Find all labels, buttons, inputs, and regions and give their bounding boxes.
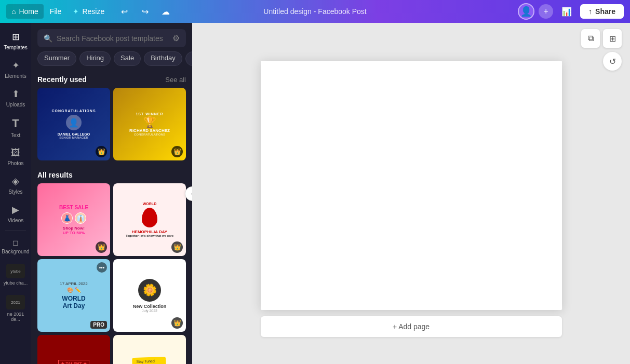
cloud-button[interactable]: ☁ <box>157 3 174 20</box>
sidebar-divider <box>5 231 26 231</box>
sidebar-item-videos[interactable]: ▶ Videos <box>1 200 30 227</box>
pill-sale[interactable]: Sale <box>114 51 141 66</box>
uploads-icon: ⬆ <box>12 88 20 100</box>
crown-badge: 👑 <box>171 241 183 253</box>
sidebar-item-photos[interactable]: 🖼 Photos <box>1 143 30 170</box>
template-card-congratulations[interactable]: CONGRATULATIONS 👤 DANIEL GALLEGO SENIOR … <box>37 88 110 160</box>
topbar: ⌂ Home File ✦ Resize ↩ ↪ ☁ Untitled desi… <box>0 0 630 23</box>
avatar-image: 👤 <box>520 6 532 17</box>
home-button[interactable]: ⌂ Home <box>6 4 44 19</box>
flower-image: 🌼 <box>138 279 161 302</box>
add-page-toolbar-button[interactable]: ⊞ <box>603 29 622 48</box>
filter-icon: ⚙ <box>172 34 180 43</box>
recently-used-title: Recently used <box>37 75 87 84</box>
topbar-actions: ↩ ↪ ☁ <box>116 3 174 20</box>
redo-icon: ↪ <box>142 7 149 17</box>
undo-button[interactable]: ↩ <box>116 3 132 20</box>
analytics-button[interactable]: 📊 <box>557 5 576 19</box>
category-pills: Summer Hiring Sale Birthday Sc › <box>31 51 192 71</box>
duplicate-icon: ⧉ <box>588 34 594 43</box>
document-title: Untitled design - Facebook Post <box>263 7 366 16</box>
refresh-icon: ↺ <box>609 57 616 66</box>
cloud-icon: ☁ <box>162 7 170 17</box>
search-area: 🔍 ⚙ <box>31 23 192 51</box>
elements-icon: ✦ <box>12 60 20 71</box>
sidebar-item-background[interactable]: ◻ Background <box>1 234 30 259</box>
resize-button[interactable]: ✦ Resize <box>68 4 110 19</box>
card-content: Stay Tuned COMINGSOON 10.10.24 <box>113 335 186 364</box>
canvas-toolbar: ⧉ ⊞ <box>581 29 622 48</box>
crown-icon: 👑 <box>98 244 105 251</box>
sidebar-item-uploads[interactable]: ⬆ Uploads <box>1 84 30 112</box>
person-circle: 👤 <box>66 115 82 130</box>
pill-birthday[interactable]: Birthday <box>144 51 182 66</box>
template-card-sale[interactable]: BEST SALE 👗 👔 Shop Now! UP TO 50% 👑 <box>37 183 110 256</box>
all-results-title: All results <box>37 171 73 179</box>
search-input[interactable] <box>57 34 168 43</box>
canvas-workspace: + Add page <box>192 23 630 364</box>
pro-badge: PRO <box>90 321 107 329</box>
sidebar-item-elements[interactable]: ✦ Elements <box>1 56 30 83</box>
videos-icon: ▶ <box>12 204 19 215</box>
background-icon: ◻ <box>12 238 19 247</box>
blood-drop <box>142 208 157 227</box>
all-results-grid: BEST SALE 👗 👔 Shop Now! UP TO 50% 👑 WORL… <box>31 183 192 364</box>
sidebar-item-styles[interactable]: ◈ Styles <box>1 171 30 199</box>
add-page-button[interactable]: + Add page <box>261 316 562 337</box>
crown-icon: 👑 <box>173 319 181 327</box>
canvas-area: ⧉ ⊞ ↺ + Add page <box>192 23 630 364</box>
topbar-right: 👤 + 📊 ↑ Share <box>518 3 624 20</box>
crown-badge: 👑 <box>171 317 183 329</box>
pill-summer[interactable]: Summer <box>37 51 76 66</box>
pill-hiring[interactable]: Hiring <box>79 51 111 66</box>
template-card-hemophilia[interactable]: WORLD HEMOPHILIA DAY Together let's show… <box>113 183 186 256</box>
redo-button[interactable]: ↪ <box>137 3 153 20</box>
all-results-header: All results <box>31 167 192 183</box>
recent-thumb: ytube <box>6 264 25 278</box>
sidebar-item-recent-design[interactable]: ytube ytube cha... <box>1 260 30 290</box>
add-icon: ⊞ <box>609 34 616 44</box>
art-icons: 🎨✏️ <box>67 287 81 293</box>
search-box: 🔍 ⚙ <box>37 29 186 47</box>
crown-icon: 👑 <box>98 148 105 155</box>
sidebar-item-templates[interactable]: ⊞ Templates <box>1 27 30 55</box>
template-card-comingsoon[interactable]: Stay Tuned COMINGSOON 10.10.24 👑 <box>113 335 186 364</box>
sidebar-item-another-design[interactable]: 2021 ne 2021 de... <box>1 291 30 326</box>
duplicate-page-button[interactable]: ⧉ <box>581 29 600 48</box>
file-button[interactable]: File <box>45 4 67 19</box>
template-card-talent[interactable]: ★ TALENT ★ SHOW AS AR AUGUST, 2021 👑 <box>37 335 110 364</box>
crown-badge: 👑 <box>96 241 107 253</box>
more-options[interactable]: ••• <box>97 262 107 273</box>
filter-button[interactable]: ⚙ <box>172 33 180 43</box>
plus-icon: + <box>543 7 548 16</box>
analytics-icon: 📊 <box>561 7 572 16</box>
add-collaborator-button[interactable]: + <box>539 4 553 19</box>
share-button[interactable]: ↑ Share <box>580 4 624 19</box>
chevron-left-icon: ‹ <box>191 190 192 197</box>
photos-icon: 🖼 <box>11 147 20 158</box>
icon-sidebar: ⊞ Templates ✦ Elements ⬆ Uploads T Text … <box>0 23 31 364</box>
search-icon: 🔍 <box>44 34 52 43</box>
main-layout: ⊞ Templates ✦ Elements ⬆ Uploads T Text … <box>0 23 630 364</box>
card-content: ★ TALENT ★ SHOW AS AR AUGUST, 2021 <box>37 335 110 364</box>
see-all-button[interactable]: See all <box>165 76 186 84</box>
topbar-left: ⌂ Home File ✦ Resize <box>6 4 110 19</box>
home-icon: ⌂ <box>11 7 16 16</box>
crown-badge: 👑 <box>171 146 183 157</box>
avatar[interactable]: 👤 <box>518 3 534 20</box>
canvas-page[interactable] <box>261 61 562 310</box>
crown-icon: 👑 <box>173 148 181 155</box>
share-icon: ↑ <box>588 7 592 16</box>
template-card-winner[interactable]: 1ST WINNER 🏆 RICHARD SANCHEZ CONGRATULAT… <box>113 88 186 160</box>
sidebar-item-text[interactable]: T Text <box>1 113 30 142</box>
recently-used-header: Recently used See all <box>31 71 192 88</box>
pill-sc[interactable]: Sc <box>185 51 192 66</box>
design-thumb: 2021 <box>6 295 25 309</box>
resize-icon: ✦ <box>73 7 79 16</box>
text-icon: T <box>12 117 19 130</box>
template-card-collection[interactable]: 🌼 New Collection July 2022 👑 <box>113 259 186 332</box>
template-card-artday[interactable]: 17 APRIL 2022 🎨✏️ WORLDArt Day ••• PRO <box>37 259 110 332</box>
trophy-icon: 🏆 <box>143 116 156 128</box>
templates-panel: ‹ 🔍 ⚙ Summer Hiring Sale Birthday Sc › R… <box>31 23 192 364</box>
refresh-canvas-button[interactable]: ↺ <box>603 52 622 71</box>
